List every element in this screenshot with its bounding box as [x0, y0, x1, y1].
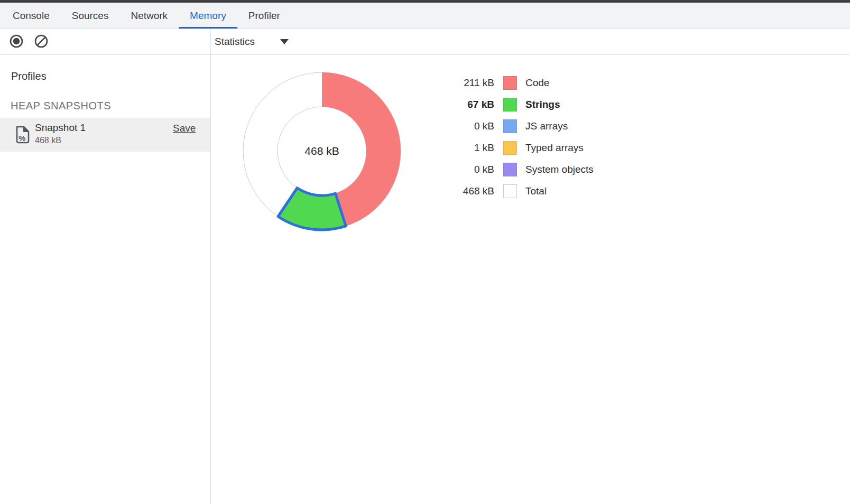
legend-swatch-total [503, 184, 517, 198]
heap-snapshots-section-heading: HEAP SNAPSHOTS [11, 100, 111, 112]
snapshot-name: Snapshot 1 [35, 122, 86, 134]
donut-center-total: 468 kB [304, 145, 339, 157]
legend-label: Strings [525, 99, 560, 110]
panel-tabbar: Console Sources Network Memory Profiler [0, 3, 850, 29]
tab-network[interactable]: Network [119, 3, 179, 29]
perspective-dropdown[interactable]: Statistics [215, 29, 289, 54]
legend-label: JS arrays [525, 120, 568, 132]
legend-label: System objects [525, 164, 594, 175]
legend-label: Typed arrays [525, 142, 584, 154]
legend-row-total: 468 kB Total [455, 180, 594, 202]
chart-legend: 211 kB Code 67 kB Strings 0 kB JS arrays… [455, 72, 594, 202]
legend-value: 468 kB [455, 185, 494, 197]
legend-swatch-js-arrays [503, 119, 517, 133]
tab-memory[interactable]: Memory [179, 3, 237, 29]
legend-swatch-code [503, 76, 517, 90]
legend-value: 67 kB [455, 99, 494, 110]
legend-row-code: 211 kB Code [455, 72, 594, 94]
legend-label: Total [525, 185, 547, 197]
clear-icon[interactable] [34, 34, 49, 49]
dropdown-arrow-icon [280, 39, 289, 44]
tab-console[interactable]: Console [2, 3, 61, 29]
legend-label: Code [525, 77, 549, 89]
legend-value: 0 kB [455, 164, 494, 175]
profiles-sidebar: Profiles HEAP SNAPSHOTS % Snapshot 1 468… [0, 55, 210, 504]
legend-row-system-objects: 0 kB System objects [455, 158, 594, 180]
legend-swatch-strings [503, 98, 517, 111]
memory-toolbar: Statistics [0, 29, 850, 55]
legend-value: 1 kB [455, 142, 494, 154]
legend-value: 0 kB [455, 120, 494, 132]
legend-swatch-system-objects [503, 163, 517, 176]
heap-snapshot-item[interactable]: % Snapshot 1 468 kB Save [0, 118, 210, 152]
tab-sources[interactable]: Sources [61, 3, 120, 29]
profiles-heading: Profiles [11, 70, 47, 82]
save-snapshot-link[interactable]: Save [173, 123, 196, 134]
legend-row-js-arrays: 0 kB JS arrays [455, 115, 594, 137]
snapshot-size: 468 kB [35, 136, 61, 145]
svg-text:%: % [19, 134, 25, 143]
legend-swatch-typed-arrays [503, 141, 517, 155]
record-icon[interactable] [9, 34, 24, 49]
heap-statistics-donut-chart: 468 kB [237, 67, 406, 236]
legend-value: 211 kB [455, 77, 494, 89]
devtools-memory-panel: Console Sources Network Memory Profiler … [0, 0, 850, 504]
statistics-chart-area: 468 kB 211 kB Code 67 kB Strings 0 kB JS… [211, 55, 850, 504]
legend-row-typed-arrays: 1 kB Typed arrays [455, 137, 594, 158]
tab-profiler[interactable]: Profiler [237, 3, 291, 29]
legend-row-strings: 67 kB Strings [455, 94, 594, 115]
perspective-dropdown-label: Statistics [215, 36, 255, 48]
heap-snapshot-file-icon: % [15, 125, 31, 144]
